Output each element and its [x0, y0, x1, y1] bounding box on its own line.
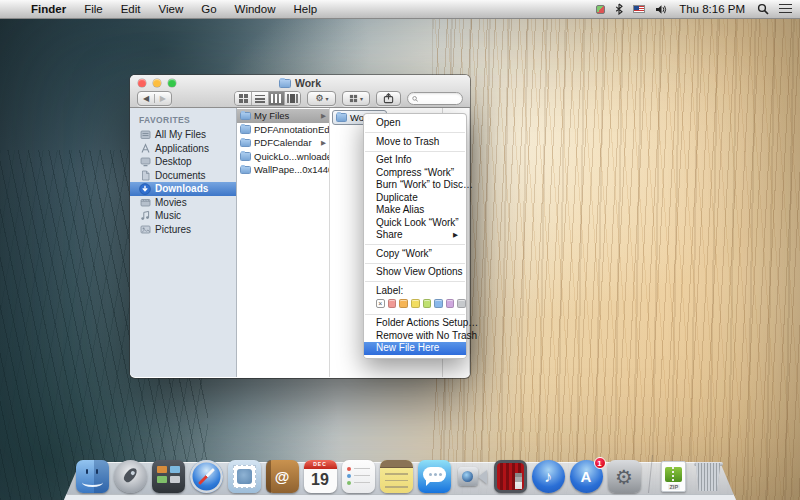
search-input[interactable]: [420, 94, 458, 104]
zoom-button[interactable]: [168, 79, 176, 87]
menu-item-make-alias[interactable]: Make Alias: [364, 204, 466, 217]
sidebar-item-all-my-files[interactable]: All My Files: [130, 128, 236, 142]
search-field[interactable]: [407, 92, 463, 105]
arrange-menu-button[interactable]: ▾: [342, 91, 369, 106]
label-color-swatch[interactable]: [434, 299, 443, 308]
volume-icon[interactable]: [655, 4, 667, 15]
label-color-swatch[interactable]: [399, 299, 408, 308]
menu-item-label: Share: [376, 229, 403, 242]
menubar-item-view[interactable]: View: [150, 3, 193, 15]
menu-item-burn-work-to-disc[interactable]: Burn “Work” to Disc…: [364, 179, 466, 192]
dock-notes-icon[interactable]: [380, 460, 413, 493]
dock-trash-icon[interactable]: [692, 460, 725, 493]
sidebar-item-music[interactable]: Music: [130, 209, 236, 223]
share-button[interactable]: [376, 91, 401, 106]
menu-item-folder-actions-setup[interactable]: Folder Actions Setup…: [364, 317, 466, 330]
label-color-swatch[interactable]: [388, 299, 397, 308]
sidebar-item-pictures[interactable]: Pictures: [130, 223, 236, 237]
sidebar-item-desktop[interactable]: Desktop: [130, 155, 236, 169]
sidebar: FAVORITES All My FilesApplicationsDeskto…: [130, 108, 237, 377]
dock-zip-file-icon[interactable]: ZIP: [660, 460, 687, 493]
dock-reminders-icon[interactable]: [342, 460, 375, 493]
sidebar-item-label: Desktop: [155, 156, 192, 167]
input-flag-icon[interactable]: [633, 5, 645, 13]
coverflow-view-button[interactable]: [284, 92, 300, 105]
menu-item-copy-work[interactable]: Copy “Work”: [364, 248, 466, 261]
menu-item-compress-work[interactable]: Compress “Work”: [364, 167, 466, 180]
menu-item-remove-with-no-trash[interactable]: Remove with No Trash: [364, 330, 466, 343]
column-view-button[interactable]: [268, 92, 284, 105]
status-icons: [596, 3, 667, 15]
dock-contacts-icon[interactable]: @: [266, 460, 299, 493]
dock-launchpad-icon[interactable]: [114, 460, 147, 493]
app-indicator-icon[interactable]: [596, 5, 605, 14]
dock-calendar-icon[interactable]: DEC19: [304, 460, 337, 493]
menu-item-quick-look-work[interactable]: Quick Look “Work”: [364, 217, 466, 230]
proxy-folder-icon[interactable]: [279, 79, 291, 88]
window-title: Work: [295, 77, 321, 89]
back-button[interactable]: ◀: [138, 94, 154, 103]
sidebar-item-label: Pictures: [155, 224, 191, 235]
menubar-item-edit[interactable]: Edit: [112, 3, 150, 15]
file-row-pdfannotationeditor[interactable]: PDFAnnotationEditor▶: [237, 123, 329, 137]
sidebar-item-downloads[interactable]: Downloads: [130, 182, 236, 196]
menu-item-share[interactable]: Share▶: [364, 229, 466, 242]
sidebar-item-applications[interactable]: Applications: [130, 142, 236, 156]
dock-mission-control-icon[interactable]: [152, 460, 185, 493]
icon-view-icon: [239, 94, 248, 103]
dock-mail-icon[interactable]: [228, 460, 261, 493]
sidebar-item-label: Applications: [155, 143, 209, 154]
menu-item-label: Copy “Work”: [376, 248, 432, 261]
menu-item-get-info[interactable]: Get Info: [364, 154, 466, 167]
dock-safari-icon[interactable]: [190, 460, 223, 493]
menubar-item-window[interactable]: Window: [226, 3, 285, 15]
dock-photo-booth-icon[interactable]: [494, 460, 527, 493]
dock-messages-icon[interactable]: [418, 460, 451, 493]
label-color-swatch[interactable]: [411, 299, 420, 308]
menu-item-show-view-options[interactable]: Show View Options: [364, 266, 466, 279]
menubar-item-file[interactable]: File: [75, 3, 112, 15]
menubar-item-go[interactable]: Go: [192, 3, 225, 15]
menu-item-duplicate[interactable]: Duplicate: [364, 192, 466, 205]
file-row-label: QuickLo...wnloader: [254, 151, 329, 162]
menu-item-label: Quick Look “Work”: [376, 217, 459, 230]
column-1: My Files▶PDFAnnotationEditor▶PDFCalendar…: [237, 108, 330, 377]
label-color-swatch[interactable]: [446, 299, 455, 308]
file-row-pdfcalendar[interactable]: PDFCalendar▶: [237, 136, 329, 150]
dock-system-preferences-icon[interactable]: ⚙: [608, 460, 641, 493]
forward-button[interactable]: ▶: [154, 94, 171, 103]
minimize-button[interactable]: [153, 79, 161, 87]
menu-item-label: Get Info: [376, 154, 412, 167]
sidebar-item-movies[interactable]: Movies: [130, 196, 236, 210]
bluetooth-icon[interactable]: [615, 3, 623, 15]
file-row-wallpape-0x1440[interactable]: WallPape...0x1440▶: [237, 163, 329, 177]
list-view-button[interactable]: [251, 92, 267, 105]
label-color-swatch[interactable]: [423, 299, 432, 308]
menubar-item-help[interactable]: Help: [284, 3, 326, 15]
music-icon: [139, 210, 151, 222]
file-row-quicklo-wnloader[interactable]: QuickLo...wnloader▶: [237, 150, 329, 164]
file-row-label: PDFAnnotationEditor: [254, 124, 329, 135]
sidebar-heading: FAVORITES: [130, 115, 236, 128]
label-none-swatch[interactable]: ×: [376, 299, 385, 308]
action-menu-button[interactable]: ⚙▾: [307, 91, 336, 106]
label-color-swatch[interactable]: [457, 299, 466, 308]
close-button[interactable]: [138, 79, 146, 87]
menu-item-move-to-trash[interactable]: Move to Trash: [364, 136, 466, 149]
window-chrome[interactable]: Work ◀ ▶ ⚙▾ ▾: [130, 75, 470, 108]
menu-item-open[interactable]: Open: [364, 117, 466, 130]
notification-center-icon[interactable]: [779, 4, 792, 14]
menubar-clock[interactable]: Thu 8:16 PM: [677, 3, 747, 15]
file-row-my-files[interactable]: My Files▶: [237, 109, 329, 123]
sidebar-item-label: All My Files: [155, 129, 206, 140]
dock-itunes-icon[interactable]: ♪: [532, 460, 565, 493]
menubar-item-finder[interactable]: Finder: [22, 3, 75, 15]
spotlight-icon[interactable]: [757, 3, 769, 15]
sidebar-item-documents[interactable]: Documents: [130, 169, 236, 183]
icon-view-button[interactable]: [235, 92, 251, 105]
menu-item-label: Show View Options: [376, 266, 463, 279]
dock-app-store-icon[interactable]: A1: [570, 460, 603, 493]
menu-item-new-file-here[interactable]: New File Here: [364, 342, 466, 355]
dock-facetime-icon[interactable]: [456, 460, 489, 493]
dock-finder-icon[interactable]: [76, 460, 109, 493]
